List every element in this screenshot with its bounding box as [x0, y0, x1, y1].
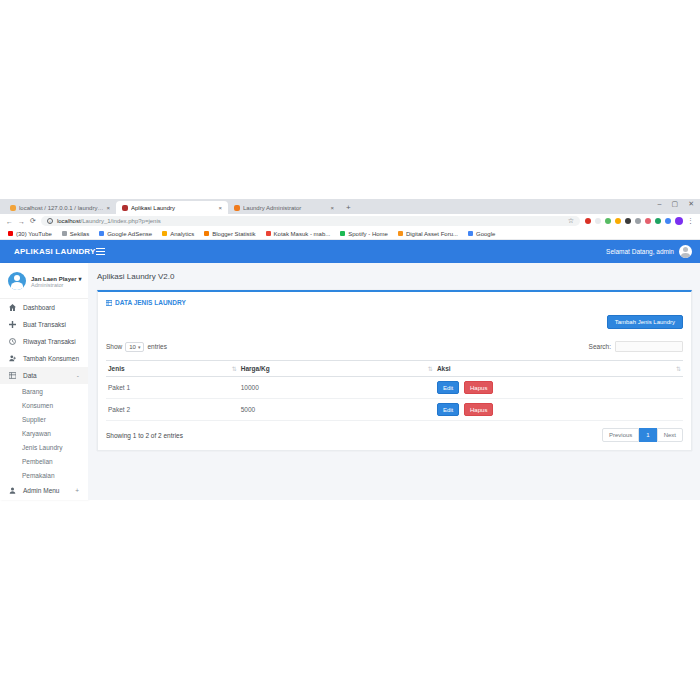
extensions-row: ⋮ [585, 217, 694, 225]
extension-icon[interactable] [595, 218, 601, 224]
new-tab-button[interactable]: + [346, 203, 351, 212]
maximize-icon[interactable]: ▢ [672, 200, 679, 208]
sidebar-item-tambah-konsumen[interactable]: Tambah Konsumen [0, 350, 88, 367]
jenis-laundry-table: Jenis⇅ Harga/Kg⇅ Aksi⇅ Paket 1 10000 Edi… [106, 360, 683, 421]
minimize-icon[interactable]: – [658, 200, 662, 208]
hapus-button[interactable]: Hapus [464, 381, 493, 394]
url-input[interactable]: i localhost/Laundry_1/index.php?p=jenis … [41, 216, 580, 226]
bookmark-google[interactable]: Google [468, 231, 495, 237]
extension-icon[interactable] [655, 218, 661, 224]
bookmarks-bar: (30) YouTube Sekilas Google AdSense Anal… [0, 228, 700, 240]
entries-label: entries [147, 343, 167, 350]
favicon [340, 231, 345, 236]
tab-laundry-administrator[interactable]: Laundry Administrator × [228, 201, 340, 214]
edit-button[interactable]: Edit [437, 381, 459, 394]
tab-aplikasi-laundry[interactable]: Aplikasi Laundry × [116, 201, 228, 214]
close-icon[interactable]: × [330, 205, 334, 211]
window-controls: – ▢ ✕ [658, 200, 694, 208]
address-bar: ← → ⟳ i localhost/Laundry_1/index.php?p=… [0, 214, 700, 228]
search-input[interactable] [615, 341, 683, 352]
tab-phpmyadmin[interactable]: localhost / 127.0.0.1 / laundry2 | × [4, 201, 116, 214]
collapse-caret-icon: - [77, 372, 79, 379]
sidebar-item-konsumen[interactable]: Konsumen [22, 398, 88, 412]
bookmark-digital-asset[interactable]: Digital Asset Foru... [398, 231, 458, 237]
admin-favicon [234, 205, 240, 211]
sidebar-item-riwayat-transaksi[interactable]: Riwayat Transaksi [0, 333, 88, 350]
extension-icon[interactable] [615, 218, 621, 224]
extension-icon[interactable] [585, 218, 591, 224]
tab-title: Aplikasi Laundry [131, 205, 215, 211]
table-row: Paket 2 5000 Edit Hapus [106, 399, 683, 421]
extension-icon[interactable] [635, 218, 641, 224]
pagination: Previous 1 Next [602, 428, 683, 442]
sort-icon[interactable]: ⇅ [232, 365, 237, 372]
hapus-button[interactable]: Hapus [464, 403, 493, 416]
bookmark-star-icon[interactable]: ☆ [568, 217, 574, 225]
previous-page-button[interactable]: Previous [602, 428, 639, 442]
main-content: Aplikasi Laundry V2.0 DATA JENIS LAUNDRY… [88, 263, 700, 500]
entries-info: Showing 1 to 2 of 2 entries [106, 432, 183, 439]
sort-icon[interactable]: ⇅ [676, 365, 681, 372]
column-header-aksi[interactable]: Aksi⇅ [435, 361, 683, 377]
reload-icon[interactable]: ⟳ [30, 217, 36, 225]
cell-jenis: Paket 2 [106, 399, 239, 421]
table-footer: Showing 1 to 2 of 2 entries Previous 1 N… [106, 428, 683, 442]
favicon [204, 231, 209, 236]
close-icon[interactable]: × [218, 205, 222, 211]
bookmark-sekilas[interactable]: Sekilas [62, 231, 89, 237]
sidebar-item-admin-menu[interactable]: Admin Menu + [0, 482, 88, 499]
bookmark-blogger[interactable]: Blogger Statistik [204, 231, 255, 237]
plus-icon [9, 321, 17, 328]
forward-icon[interactable]: → [18, 218, 25, 225]
extension-icon[interactable] [625, 218, 631, 224]
back-icon[interactable]: ← [6, 218, 13, 225]
sidebar-item-jenis-laundry[interactable]: Jenis Laundry [22, 440, 88, 454]
browser-menu-icon[interactable]: ⋮ [687, 217, 694, 225]
next-page-button[interactable]: Next [657, 428, 683, 442]
tambah-jenis-laundry-button[interactable]: Tambah Jenis Laundry [607, 315, 683, 329]
entries-select[interactable]: 10 ▾ [125, 342, 144, 352]
hamburger-menu-icon[interactable] [96, 248, 105, 256]
bookmark-youtube[interactable]: (30) YouTube [8, 231, 52, 237]
sidebar-item-dashboard[interactable]: Dashboard [0, 299, 88, 316]
screenshot-canvas: localhost / 127.0.0.1 / laundry2 | × Apl… [0, 0, 700, 700]
bookmark-analytics[interactable]: Analytics [162, 231, 194, 237]
column-header-jenis[interactable]: Jenis⇅ [106, 361, 239, 377]
cell-aksi: Edit Hapus [435, 377, 683, 399]
sidebar-user-panel[interactable]: Jan Laen Player ▾ Administrator [0, 268, 88, 299]
sidebar-item-buat-transaksi[interactable]: Buat Transaksi [0, 316, 88, 333]
close-icon[interactable]: × [106, 205, 110, 211]
sidebar-item-karyawan[interactable]: Karyawan [22, 426, 88, 440]
sidebar-item-pemakaian[interactable]: Pemakaian [22, 468, 88, 482]
expand-caret-icon: + [75, 487, 79, 494]
sort-icon[interactable]: ⇅ [428, 365, 433, 372]
user-plus-icon [9, 355, 17, 362]
cell-jenis: Paket 1 [106, 377, 239, 399]
site-info-icon[interactable]: i [47, 218, 53, 224]
data-submenu: Barang Konsumen Supplier Karyawan Jenis … [0, 384, 88, 482]
sidebar-item-pembelian[interactable]: Pembelian [22, 454, 88, 468]
clock-icon [9, 338, 17, 345]
tab-title: Laundry Administrator [243, 205, 327, 211]
column-header-harga[interactable]: Harga/Kg⇅ [239, 361, 435, 377]
sidebar-item-data[interactable]: Data - [0, 367, 88, 384]
phpmyadmin-favicon [10, 205, 16, 211]
sidebar-item-supplier[interactable]: Supplier [22, 412, 88, 426]
bookmark-spotify[interactable]: Spotify - Home [340, 231, 388, 237]
sidebar-item-barang[interactable]: Barang [22, 384, 88, 398]
header-user-area[interactable]: Selamat Datang, admin [606, 245, 700, 258]
chevron-down-icon: ▾ [138, 344, 141, 350]
close-window-icon[interactable]: ✕ [688, 200, 694, 208]
bookmark-kotak-masuk[interactable]: Kotak Masuk - mab... [266, 231, 331, 237]
user-icon [9, 487, 17, 494]
page-1-button[interactable]: 1 [639, 428, 656, 442]
app-brand[interactable]: APLIKASI LAUNDRY [0, 247, 88, 256]
bookmark-adsense[interactable]: Google AdSense [99, 231, 152, 237]
edit-button[interactable]: Edit [437, 403, 459, 416]
extension-icon[interactable] [605, 218, 611, 224]
extension-icon[interactable] [645, 218, 651, 224]
user-avatar[interactable] [679, 245, 692, 258]
browser-profile-avatar[interactable] [675, 217, 683, 225]
favicon [8, 231, 13, 236]
extension-icon[interactable] [665, 218, 671, 224]
